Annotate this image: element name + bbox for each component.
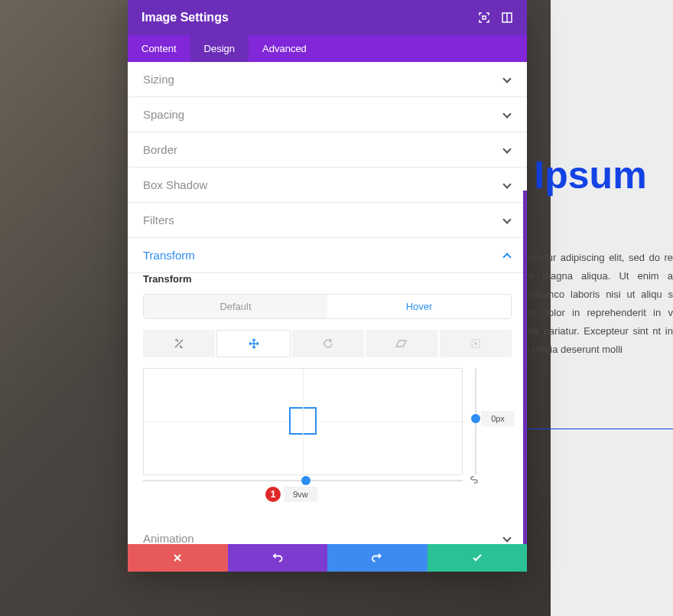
state-tab-default[interactable]: Default [144, 295, 327, 318]
transform-sublabel: Transform [143, 273, 512, 285]
section-box-shadow[interactable]: Box Shadow [128, 168, 527, 203]
svg-rect-0 [483, 16, 486, 19]
tool-translate[interactable] [216, 330, 290, 357]
redo-icon [372, 552, 382, 563]
section-transform[interactable]: Transform [128, 238, 527, 273]
state-tab-hover[interactable]: Hover [327, 295, 511, 318]
sections-container[interactable]: Sizing Spacing Border Box Shadow Filters… [128, 62, 527, 544]
svg-point-4 [474, 343, 476, 345]
save-button[interactable] [428, 544, 528, 572]
state-tabs: Default Hover [143, 294, 512, 319]
transform-canvas-area: 0px 1 9vw [143, 368, 512, 506]
settings-tabs: Content Design Advanced [128, 35, 527, 62]
chevron-down-icon [502, 110, 512, 119]
section-label: Spacing [143, 108, 184, 121]
horizontal-slider-handle[interactable] [301, 476, 310, 485]
tab-content[interactable]: Content [128, 35, 190, 62]
horizontal-value-wrap: 1 9vw [265, 487, 317, 502]
close-icon [173, 553, 182, 562]
undo-icon [272, 552, 283, 563]
section-label: Filters [143, 213, 174, 227]
transform-preview-box[interactable] [289, 407, 317, 435]
horizontal-value-input[interactable]: 9vw [284, 487, 317, 502]
tool-rotate[interactable] [292, 330, 364, 357]
scale-icon [174, 338, 184, 349]
undo-button[interactable] [228, 544, 328, 572]
section-label: Transform [143, 249, 195, 262]
tool-scale[interactable] [143, 330, 215, 357]
section-sizing[interactable]: Sizing [128, 62, 527, 97]
chevron-up-icon [502, 251, 512, 260]
section-label: Animation [143, 532, 194, 544]
header-actions [478, 11, 513, 24]
scrollbar[interactable] [523, 191, 527, 544]
chevron-down-icon [502, 534, 512, 543]
focus-icon[interactable] [478, 11, 490, 24]
section-filters[interactable]: Filters [128, 203, 527, 238]
chevron-down-icon [502, 216, 512, 225]
move-icon [249, 338, 259, 349]
tab-design[interactable]: Design [190, 35, 249, 62]
modal-header: Image Settings [128, 0, 527, 35]
section-border[interactable]: Border [128, 132, 527, 168]
modal-title: Image Settings [141, 11, 229, 24]
rotate-icon [323, 338, 333, 349]
vertical-value-input[interactable]: 0px [481, 411, 515, 426]
step-badge: 1 [265, 487, 281, 502]
link-values-icon[interactable] [469, 475, 480, 484]
redo-button[interactable] [327, 544, 428, 572]
cancel-button[interactable] [128, 544, 228, 572]
tool-origin[interactable] [440, 330, 512, 357]
transform-panel: Transform Default Hover [128, 273, 527, 521]
vertical-slider-handle[interactable] [471, 414, 480, 423]
section-label: Sizing [143, 73, 174, 86]
check-icon [472, 553, 483, 562]
section-spacing[interactable]: Spacing [128, 97, 527, 132]
skew-icon [395, 338, 408, 349]
section-label: Border [143, 143, 177, 156]
tab-advanced[interactable]: Advanced [249, 35, 320, 62]
transform-canvas[interactable] [143, 368, 463, 475]
tool-skew[interactable] [366, 330, 437, 357]
origin-icon [470, 338, 481, 349]
chevron-down-icon [502, 75, 512, 84]
image-settings-modal: Image Settings Content Design Advanced S… [128, 0, 527, 572]
split-view-icon[interactable] [501, 11, 513, 24]
section-label: Box Shadow [143, 178, 207, 191]
chevron-down-icon [502, 181, 512, 190]
section-animation[interactable]: Animation [128, 521, 527, 544]
modal-footer [128, 544, 527, 572]
transform-tool-tabs [143, 330, 512, 357]
chevron-down-icon [502, 145, 512, 155]
